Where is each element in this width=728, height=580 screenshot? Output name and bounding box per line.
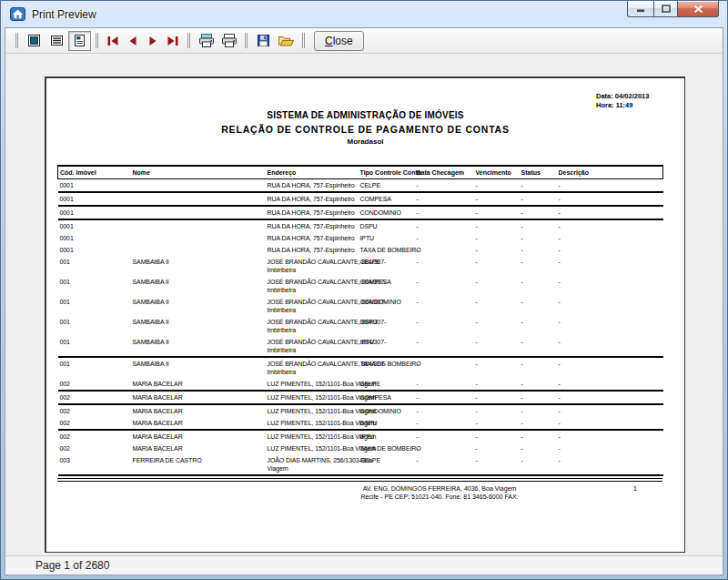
table-row: 003FERREIRA DE CASTROJOÃO DIAS MARTINS, …: [58, 454, 663, 475]
table-row: 0001RUA DA HORA, 757-EspinheiroCONDOMINI…: [58, 206, 663, 219]
last-page-icon: [166, 35, 180, 47]
cell-vencimento: -: [474, 417, 520, 430]
col-header-status: Status: [520, 166, 557, 179]
maximize-button[interactable]: [653, 1, 678, 17]
cell-checagem: -: [415, 404, 474, 417]
next-page-icon: [146, 35, 160, 47]
cell-vencimento: -: [474, 276, 520, 296]
preview-area: Data: 04/02/2013 Hora: 11:49 SISTEMA DE …: [6, 54, 722, 555]
cell-endereco: JOSÉ BRANDÃO CAVALCANTE, 884/307- Imbiri…: [266, 296, 359, 316]
cell-nome: MARIA BACELAR: [131, 417, 266, 430]
cell-endereco: RUA DA HORA, 757-Espinheiro: [266, 206, 359, 219]
cell-tipo: TAXA DE BOMBEIRO: [359, 443, 415, 454]
close-window-button[interactable]: [678, 1, 719, 17]
cell-checagem: -: [415, 179, 474, 193]
cell-status: -: [520, 276, 557, 296]
cell-status: -: [520, 219, 557, 232]
cell-nome: [131, 206, 266, 219]
cell-vencimento: -: [474, 391, 520, 404]
table-row: 002MARIA BACELARLUZ PIMENTEL, 152/1101-B…: [58, 430, 663, 443]
cell-nome: [131, 179, 266, 193]
maximize-icon: [662, 5, 671, 13]
cell-vencimento: -: [474, 179, 520, 193]
cell-tipo: TAXA DE BOMBEIRO: [359, 357, 415, 378]
cell-status: -: [520, 256, 557, 276]
cell-checagem: -: [415, 219, 474, 232]
view-whole-page-icon: [27, 34, 41, 47]
cell-nome: MARIA BACELAR: [131, 430, 266, 443]
table-header-row: Cód. Imóvel Nome Endereço Tipo Controle …: [58, 166, 663, 179]
cell-cod: 001: [58, 357, 131, 378]
date-label: Data:: [596, 92, 613, 100]
col-header-tipo-controle-conta: Tipo Controle Conta: [359, 166, 415, 179]
previous-page-button[interactable]: [123, 31, 143, 51]
report-title-line1: SISTEMA DE ADMINISTRAÇÃO DE IMÓVEIS: [46, 110, 684, 120]
titlebar[interactable]: Print Preview: [1, 1, 727, 27]
cell-endereco: JOSÉ BRANDÃO CAVALCANTE, 884/307- Imbiri…: [266, 276, 359, 296]
report-page-number: 1: [633, 484, 637, 493]
cell-status: -: [520, 296, 557, 316]
cell-vencimento: -: [474, 378, 520, 391]
table-row: 002MARIA BACELARLUZ PIMENTEL, 152/1101-B…: [58, 391, 663, 404]
cell-endereco: RUA DA HORA, 757-Espinheiro: [266, 179, 359, 193]
cell-cod: 0001: [58, 192, 131, 206]
cell-checagem: -: [415, 391, 474, 404]
cell-status: -: [520, 378, 557, 391]
first-page-icon: [106, 35, 120, 47]
cell-vencimento: -: [474, 316, 520, 336]
open-button[interactable]: [275, 31, 298, 51]
col-header-vencimento: Vencimento: [474, 166, 520, 179]
col-header-descricao: Descrição: [557, 166, 663, 179]
col-header-cod-imovel: Cód. Imóvel: [58, 166, 131, 179]
cell-checagem: -: [415, 443, 474, 454]
cell-cod: 001: [58, 336, 131, 357]
cell-tipo: CELPE: [359, 378, 415, 391]
cell-cod: 001: [58, 316, 131, 336]
cell-checagem: -: [415, 316, 474, 336]
cell-descricao: -: [557, 417, 663, 430]
cell-nome: MARIA BACELAR: [131, 378, 266, 391]
view-actual-size-button[interactable]: [68, 31, 91, 51]
cell-status: -: [520, 179, 557, 193]
toolbar: Close: [5, 28, 723, 54]
cell-status: -: [520, 192, 557, 206]
cell-endereco: JOSÉ BRANDÃO CAVALCANTE, 884/307- Imbiri…: [266, 336, 359, 357]
cell-endereco: LUZ PIMENTEL, 152/1101-Boa Viagem: [266, 404, 359, 417]
cell-tipo: CONDOMINIO: [359, 206, 415, 219]
cell-status: -: [520, 454, 557, 475]
cell-checagem: -: [415, 296, 474, 316]
cell-checagem: -: [415, 256, 474, 276]
cell-status: -: [520, 336, 557, 357]
cell-cod: 001: [58, 256, 131, 276]
cell-descricao: -: [557, 454, 663, 475]
table-row: 002MARIA BACELARLUZ PIMENTEL, 152/1101-B…: [58, 404, 663, 417]
table-row: 0001RUA DA HORA, 757-EspinheiroTAXA DE B…: [58, 244, 663, 256]
cell-descricao: -: [557, 391, 663, 404]
view-page-width-button[interactable]: [46, 31, 68, 51]
view-whole-page-button[interactable]: [23, 31, 46, 51]
window-title: Print Preview: [32, 8, 96, 21]
cell-cod: 0001: [58, 232, 131, 244]
printer-setup-button[interactable]: [195, 31, 217, 51]
cell-vencimento: -: [474, 232, 520, 244]
minimize-button[interactable]: [627, 1, 653, 17]
first-page-button[interactable]: [103, 31, 123, 51]
cell-tipo: IPTU: [359, 232, 415, 244]
close-preview-button[interactable]: Close: [314, 31, 364, 51]
next-page-button[interactable]: [143, 31, 163, 51]
cell-vencimento: -: [474, 443, 520, 454]
cell-status: -: [520, 404, 557, 417]
cell-checagem: -: [415, 206, 474, 219]
footer-address-line2: Recife - PE CEP: 51021-040. Fone: 81 346…: [212, 493, 667, 501]
cell-checagem: -: [415, 417, 474, 430]
cell-cod: 002: [58, 417, 131, 430]
close-button-label: Close: [325, 35, 353, 47]
last-page-button[interactable]: [163, 31, 183, 51]
cell-endereco: RUA DA HORA, 757-Espinheiro: [266, 232, 359, 244]
cell-tipo: CELPE: [359, 256, 415, 276]
print-button[interactable]: [217, 31, 240, 51]
cell-descricao: -: [557, 430, 663, 443]
save-button[interactable]: [252, 31, 275, 51]
cell-descricao: -: [557, 378, 663, 391]
cell-vencimento: -: [474, 244, 520, 256]
